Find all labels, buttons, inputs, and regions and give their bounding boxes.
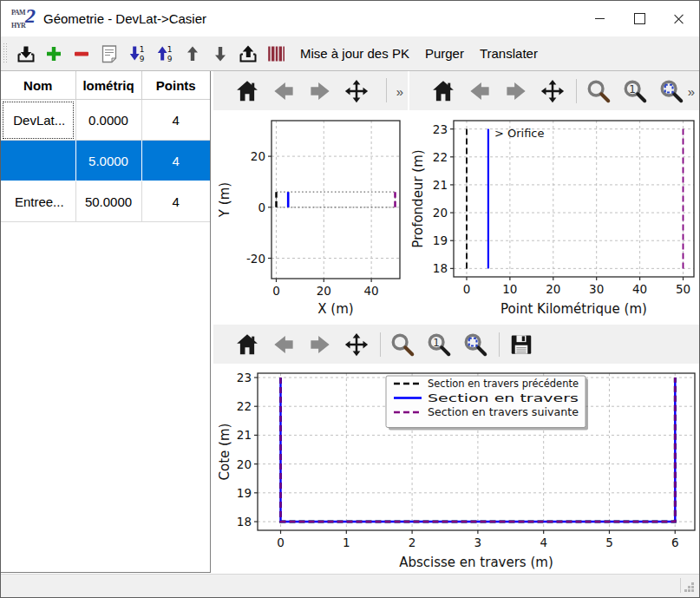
svg-text:10: 10: [502, 282, 517, 296]
col-header-points[interactable]: Points: [141, 71, 210, 100]
zoom-button[interactable]: [388, 330, 417, 359]
home-button[interactable]: [232, 76, 262, 106]
maximize-icon: [634, 13, 645, 24]
col-header-nom[interactable]: Nom: [1, 71, 75, 100]
resize-grip[interactable]: [684, 582, 695, 593]
remove-button[interactable]: [70, 43, 93, 65]
cell-pk[interactable]: 50.0000: [75, 181, 141, 222]
translater-button[interactable]: Translater: [472, 46, 546, 61]
zoom-fit-icon: [658, 78, 684, 104]
add-icon: [43, 43, 64, 64]
cell-nom[interactable]: Entree...: [1, 181, 75, 222]
table-row[interactable]: DevLat... 0.0000 4: [1, 100, 210, 141]
col-header-pk[interactable]: lométriq: [75, 71, 141, 100]
cell-nom[interactable]: DevLat...: [1, 100, 75, 141]
svg-text:30: 30: [589, 282, 604, 296]
svg-text:0: 0: [272, 284, 280, 298]
svg-text:18: 18: [237, 515, 252, 529]
svg-text:20: 20: [317, 284, 331, 298]
move-down-icon: [210, 43, 231, 64]
pan-button[interactable]: [342, 76, 371, 106]
app-icon-text-top: PAM: [11, 9, 25, 16]
cell-pk[interactable]: 5.0000: [75, 141, 141, 181]
app-icon-text-bottom: HYR: [11, 22, 25, 30]
cell-points[interactable]: 4: [141, 100, 210, 141]
svg-text:> Orifice: > Orifice: [494, 127, 545, 140]
toolbar-overflow-button[interactable]: »: [396, 83, 403, 98]
profile-plot-canvas[interactable]: 01020304050181920212223Point Kilométriqu…: [409, 112, 699, 320]
sort-ascending-button[interactable]: [154, 43, 176, 65]
remove-icon: [71, 43, 92, 64]
pan-button[interactable]: [538, 76, 567, 106]
content-area: Nom lométriq Points DevLat... 0.0000 4 5…: [1, 71, 699, 574]
svg-text:22: 22: [433, 150, 448, 164]
toolbar-overflow-button[interactable]: »: [688, 83, 695, 98]
cross-section-plot-panel: 0123456181920212223Abscisse en travers (…: [213, 325, 699, 575]
minimize-button[interactable]: [579, 1, 619, 36]
minimize-icon: [595, 18, 605, 19]
edit-button[interactable]: [98, 43, 121, 65]
app-window: PAM HYR 2 Géometrie - DevLat->Casier Mis…: [0, 0, 700, 598]
table-row[interactable]: Entree... 50.0000 4: [1, 181, 210, 222]
purger-button[interactable]: Purger: [417, 46, 472, 61]
svg-text:Section en travers suivante: Section en travers suivante: [428, 406, 579, 418]
mise-a-jour-pk-button[interactable]: Mise à jour des PK: [292, 46, 417, 61]
svg-text:-20: -20: [246, 252, 265, 266]
profile-plot-toolbar: »: [409, 71, 699, 110]
zoom-fit-button[interactable]: [461, 330, 490, 359]
pan-button[interactable]: [342, 330, 371, 359]
cell-pk[interactable]: 0.0000: [75, 100, 141, 141]
xy-plot-toolbar: »: [213, 71, 408, 110]
pan-icon: [540, 78, 566, 104]
svg-text:1: 1: [343, 536, 350, 549]
cell-nom[interactable]: [1, 141, 75, 181]
zoom-fit-button[interactable]: [657, 76, 686, 106]
forward-button[interactable]: [305, 76, 335, 106]
back-button[interactable]: [465, 76, 494, 106]
svg-text:50: 50: [676, 282, 690, 296]
svg-text:20: 20: [546, 282, 560, 296]
home-button[interactable]: [232, 330, 262, 359]
forward-button[interactable]: [501, 76, 531, 106]
update-pk-icon: [265, 43, 286, 64]
close-button[interactable]: [659, 1, 699, 36]
app-icon: PAM HYR 2: [11, 7, 36, 31]
save-button[interactable]: [507, 330, 536, 359]
zoom-one-button[interactable]: [424, 330, 454, 359]
forward-icon: [503, 78, 529, 104]
svg-text:3: 3: [474, 536, 482, 549]
maximize-button[interactable]: [619, 1, 659, 36]
toolbar-handle[interactable]: [3, 43, 8, 64]
move-up-button[interactable]: [181, 43, 204, 65]
back-button[interactable]: [269, 330, 298, 359]
cell-points[interactable]: 4: [141, 181, 210, 222]
home-icon: [234, 78, 260, 104]
svg-text:0: 0: [258, 200, 265, 214]
titlebar[interactable]: PAM HYR 2 Géometrie - DevLat->Casier: [1, 1, 699, 36]
table-row-selected[interactable]: 5.0000 4: [1, 141, 210, 181]
svg-text:6: 6: [671, 536, 679, 549]
svg-text:21: 21: [237, 428, 252, 442]
svg-text:Y (m): Y (m): [219, 182, 232, 218]
cell-points[interactable]: 4: [141, 141, 210, 181]
zoom-button[interactable]: [584, 76, 613, 106]
back-icon: [271, 332, 297, 358]
window-title: Géometrie - DevLat->Casier: [43, 11, 206, 26]
svg-text:23: 23: [237, 371, 252, 384]
zoom-one-button[interactable]: [620, 76, 650, 106]
back-button[interactable]: [269, 76, 298, 106]
svg-text:Section en travers précédente: Section en travers précédente: [428, 378, 579, 390]
add-button[interactable]: [43, 43, 65, 65]
update-pk-icon-button[interactable]: [265, 43, 287, 65]
svg-text:0: 0: [463, 282, 471, 296]
cross-section-plot-canvas[interactable]: 0123456181920212223Abscisse en travers (…: [219, 365, 698, 574]
export-button[interactable]: [237, 43, 259, 65]
move-down-button[interactable]: [209, 43, 232, 65]
home-button[interactable]: [429, 76, 458, 106]
back-icon: [271, 78, 297, 104]
import-button[interactable]: [15, 43, 37, 65]
forward-button[interactable]: [305, 330, 335, 359]
xy-plot-canvas[interactable]: 02040-20020X (m)Y (m): [219, 112, 406, 320]
sort-descending-button[interactable]: [126, 43, 148, 65]
zoom-icon: [389, 332, 415, 358]
